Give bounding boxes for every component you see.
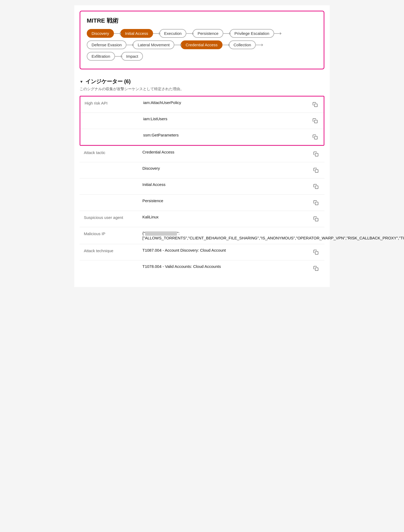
attack-technique-row-1: Attack technique T1087.004 - Account Dis… [80,244,324,260]
tactic-connector-5 [274,33,281,34]
tactic-pill-persistence[interactable]: Persistence [193,29,223,38]
high-risk-api-value-3: ssm:GetParameters [143,133,311,137]
malicious-ip-prefix: {" [142,231,145,235]
svg-rect-6 [315,202,318,205]
indicator-header: ▼ インジケーター (6) [80,78,324,85]
high-risk-api-label-empty-2 [85,133,143,133]
tactic-pill-collection[interactable]: Collection [229,40,256,49]
copy-button-user-agent[interactable] [312,215,320,223]
attack-tactic-value-4: Persistence [142,198,312,203]
attack-tactic-value-1: Credential Access [142,150,312,154]
attack-tactic-label-empty-1 [84,166,142,167]
suspicious-user-agent-value: KaliLinux [142,215,312,219]
svg-rect-10 [315,268,318,271]
high-risk-api-row-2: iam:ListUsers [80,113,324,129]
attack-technique-label: Attack technique [84,248,142,253]
malicious-ip-value: {" ": ["ALLOWS_TORRENTS","CLIENT_BEHAVIO… [142,231,404,240]
tactic-item-exfiltration: Exfiltration [87,52,115,61]
tactic-item-impact: Impact [121,52,143,61]
attack-tactic-value-2: Discovery [142,166,312,171]
suspicious-user-agent-label: Suspicious user agent [84,215,142,220]
attack-technique-label-empty [84,264,142,265]
tactic-item-execution: Execution [159,29,187,38]
tactic-item-persistence: Persistence [193,29,223,38]
svg-rect-5 [315,186,318,189]
high-risk-api-value-1: iam:AttachUserPolicy [143,100,311,105]
copy-button-technique-2[interactable] [312,264,320,273]
collapse-icon[interactable]: ▼ [80,80,83,84]
malicious-ip-suffix: ": ["ALLOWS_TORRENTS","CLIENT_BEHAVIOR_F… [142,231,404,240]
main-container: MITRE 戦術 Discovery Initial Access Execut… [74,5,330,287]
tactic-item-collection: Collection [229,40,256,49]
tactic-row-3: Exfiltration Impact [87,52,317,61]
tactic-connector-6 [126,45,133,45]
copy-button-tactic-3[interactable] [312,182,320,191]
indicator-section: ▼ インジケーター (6) このシグナルの収集が攻撃シーケンスとして特定された理… [80,78,324,276]
attack-tactic-row-3: Initial Access [80,178,324,195]
attack-tactic-label-empty-3 [84,198,142,199]
malicious-ip-label: Malicious IP [84,231,142,236]
tactic-item-defense-evasion: Defense Evasion [87,40,126,49]
tactic-connector-10 [115,56,121,57]
svg-rect-2 [315,136,318,139]
tactic-pill-initial-access[interactable]: Initial Access [120,29,153,38]
high-risk-api-row-3: ssm:GetParameters [80,129,324,145]
svg-rect-1 [315,120,318,123]
svg-rect-0 [315,104,318,107]
high-risk-api-row-1: High risk API iam:AttachUserPolicy [80,97,324,113]
tactic-pill-discovery[interactable]: Discovery [87,29,114,38]
svg-rect-9 [315,252,318,255]
attack-technique-value-1: T1087.004 - Account Discovery: Cloud Acc… [142,248,312,252]
redacted-ip [145,231,177,236]
tactic-item-privilege-escalation: Privilege Escalation [230,29,274,38]
high-risk-api-box: High risk API iam:AttachUserPolicy iam:L… [80,96,324,146]
attack-tactic-row-2: Discovery [80,162,324,178]
copy-button-api-3[interactable] [311,133,319,141]
attack-tactic-row-4: Persistence [80,195,324,211]
copy-button-tactic-2[interactable] [312,166,320,174]
mitre-section: MITRE 戦術 Discovery Initial Access Execut… [80,11,324,69]
tactic-pill-execution[interactable]: Execution [159,29,187,38]
attack-technique-row-2: T1078.004 - Valid Accounts: Cloud Accoun… [80,260,324,276]
tactic-pill-privilege-escalation[interactable]: Privilege Escalation [230,29,274,38]
tactic-item-lateral-movement: Lateral Movement [133,40,174,49]
indicator-title: インジケーター (6) [85,78,131,85]
tactic-row-2: Defense Evasion Lateral Movement Credent… [87,40,317,49]
tactic-row-1: Discovery Initial Access Execution Persi… [87,29,317,38]
plain-rows-container: Attack tactic Credential Access Discover… [80,146,324,276]
tactic-connector-9 [256,45,262,45]
indicator-subtitle: このシグナルの収集が攻撃シーケンスとして特定された理由。 [80,87,324,92]
svg-rect-4 [315,170,318,173]
svg-rect-7 [315,218,318,221]
tactic-item-initial-access: Initial Access [120,29,153,38]
attack-tactic-row-1: Attack tactic Credential Access [80,146,324,162]
tactic-pill-impact[interactable]: Impact [121,52,143,61]
tactic-item-discovery: Discovery [87,29,114,38]
copy-button-api-1[interactable] [311,100,319,109]
attack-technique-value-2: T1078.004 - Valid Accounts: Cloud Accoun… [142,264,312,269]
svg-rect-3 [315,153,318,156]
attack-tactic-label-empty-2 [84,182,142,183]
tactic-pill-credential-access[interactable]: Credential Access [181,40,222,49]
mitre-title: MITRE 戦術 [87,17,317,25]
tactic-pill-defense-evasion[interactable]: Defense Evasion [87,40,126,49]
copy-button-api-2[interactable] [311,117,319,125]
attack-tactic-value-3: Initial Access [142,182,312,187]
copy-button-tactic-4[interactable] [312,198,320,207]
suspicious-user-agent-row: Suspicious user agent KaliLinux [80,211,324,227]
copy-button-technique-1[interactable] [312,248,320,256]
attack-tactic-label: Attack tactic [84,150,142,155]
copy-button-tactic-1[interactable] [312,150,320,158]
tactic-connector-1 [114,33,120,34]
high-risk-api-value-2: iam:ListUsers [143,117,311,121]
tactic-connector-3 [186,33,193,34]
tactic-pill-lateral-movement[interactable]: Lateral Movement [133,40,174,49]
tactic-pill-exfiltration[interactable]: Exfiltration [87,52,115,61]
malicious-ip-row: Malicious IP {" ": ["ALLOWS_TORRENTS","C… [80,227,324,244]
tactic-connector-2 [153,33,159,34]
tactic-connector-4 [223,33,230,34]
tactic-item-credential-access: Credential Access [181,40,222,49]
tactic-connector-8 [222,45,229,45]
tactic-connector-7 [174,45,181,45]
high-risk-api-label-empty-1 [85,117,143,117]
